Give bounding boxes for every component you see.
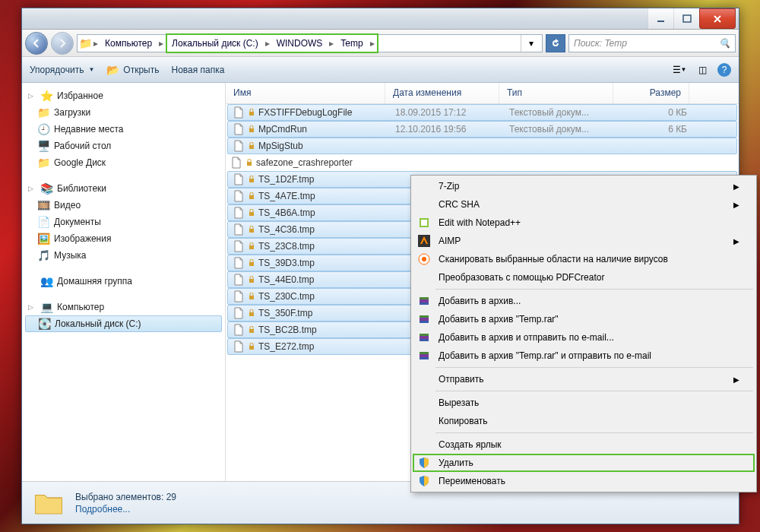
file-name: TS_39D3.tmp	[258, 258, 315, 268]
sidebar-item-music[interactable]: 🎵Музыка	[22, 247, 225, 264]
svg-rect-7	[249, 195, 254, 199]
sidebar-homegroup-header[interactable]: 👥Домашняя группа	[22, 273, 225, 290]
context-menu: 7-Zip▶CRC SHA▶Edit with Notepad++AIMP▶Ск…	[410, 175, 757, 492]
context-separator	[435, 289, 753, 290]
context-item[interactable]: Добавить в архив "Temp.rar"	[413, 310, 755, 328]
folder-large-icon	[33, 487, 65, 519]
file-name: TS_44E0.tmp	[258, 274, 314, 285]
column-type[interactable]: Тип	[499, 83, 613, 103]
preview-pane-button[interactable]: ◫	[695, 62, 710, 78]
breadcrumb-item[interactable]: Локальный диск (C:)	[167, 35, 263, 52]
video-icon: 🎞️	[37, 199, 49, 211]
winrar-icon	[416, 330, 432, 345]
file-name: TS_350F.tmp	[258, 308, 312, 318]
details-more-link[interactable]: Подробнее...	[75, 504, 176, 515]
file-row[interactable]: safezone_crashreporter	[226, 154, 739, 171]
file-icon	[233, 190, 245, 202]
sidebar-item-documents[interactable]: 📄Документы	[22, 214, 225, 230]
file-icon	[233, 123, 245, 135]
svg-rect-15	[249, 329, 254, 333]
file-row[interactable]: MpCmdRun12.10.2016 19:56Текстовый докум.…	[227, 121, 737, 138]
breadcrumb-item[interactable]: Компьютер	[100, 35, 157, 52]
navbar: 📁 ▸ Компьютер ▸ Локальный диск (C:) ▸ WI…	[22, 30, 739, 57]
file-icon	[233, 207, 245, 219]
view-options-button[interactable]: ☰ ▼	[672, 62, 687, 78]
svg-rect-5	[247, 162, 252, 166]
svg-rect-0	[657, 21, 664, 22]
sidebar-item-local-disk[interactable]: 💽Локальный диск (C:)	[25, 315, 222, 332]
column-name[interactable]: Имя	[226, 83, 385, 103]
context-item[interactable]: Добавить в архив и отправить по e-mail..…	[413, 328, 755, 347]
sidebar-item-desktop[interactable]: 🖥️Рабочий стол	[22, 138, 225, 154]
svg-rect-18	[421, 220, 427, 226]
column-date[interactable]: Дата изменения	[385, 83, 499, 103]
breadcrumb-item[interactable]: Temp	[336, 35, 367, 52]
breadcrumb[interactable]: 📁 ▸ Компьютер ▸ Локальный диск (C:) ▸ WI…	[77, 34, 543, 52]
sidebar-computer-header[interactable]: ▷💻Компьютер	[22, 299, 225, 315]
context-item-label: Преобразовать с помощью PDFCreator	[439, 272, 604, 283]
chevron-right-icon: ▸	[327, 35, 336, 52]
pictures-icon: 🖼️	[37, 233, 49, 245]
chevron-icon: ▷	[28, 92, 36, 100]
submenu-arrow-icon: ▶	[733, 237, 739, 245]
context-item[interactable]: Сканировать выбранные области на наличие…	[413, 250, 755, 268]
sidebar-item-recent[interactable]: 🕘Недавние места	[22, 121, 225, 138]
blank-icon	[416, 197, 432, 212]
context-item[interactable]: Edit with Notepad++	[413, 214, 755, 232]
context-item-label: Добавить в архив...	[439, 296, 521, 306]
svg-rect-32	[420, 352, 429, 354]
svg-rect-1	[683, 15, 691, 22]
sidebar-item-downloads[interactable]: 📁Загрузки	[22, 104, 225, 121]
notepad-icon	[416, 215, 432, 230]
file-name: TS_E272.tmp	[258, 341, 314, 352]
file-name: TS_230C.tmp	[258, 291, 315, 302]
file-type: Текстовый докум...	[502, 107, 616, 118]
sidebar-libraries-header[interactable]: ▷📚Библиотеки	[22, 180, 225, 197]
folder-open-icon: 📂	[106, 64, 119, 76]
refresh-button[interactable]	[546, 34, 565, 52]
folder-icon: 📁	[37, 106, 49, 119]
close-button[interactable]	[699, 8, 736, 29]
context-item[interactable]: Преобразовать с помощью PDFCreator	[413, 268, 755, 287]
winrar-icon	[416, 348, 432, 363]
gdrive-icon: 📁	[37, 157, 49, 169]
context-item[interactable]: Копировать	[413, 412, 755, 430]
svg-rect-2	[249, 112, 254, 116]
svg-rect-9	[249, 229, 254, 233]
nav-back-button[interactable]	[25, 32, 48, 55]
homegroup-icon: 👥	[40, 275, 52, 287]
sidebar-item-videos[interactable]: 🎞️Видео	[22, 197, 225, 214]
minimize-button[interactable]	[648, 8, 673, 29]
sidebar-item-gdrive[interactable]: 📁Google Диск	[22, 154, 225, 171]
svg-rect-30	[420, 339, 429, 341]
column-size[interactable]: Размер	[613, 83, 689, 103]
file-type: Текстовый докум...	[502, 124, 616, 135]
breadcrumb-item[interactable]: WINDOWS	[272, 35, 328, 52]
chevron-icon: ▷	[28, 185, 36, 192]
breadcrumb-dropdown[interactable]: ▾	[521, 35, 540, 52]
help-button[interactable]: ?	[717, 63, 731, 77]
sidebar-favorites-header[interactable]: ▷⭐Избранное	[22, 87, 225, 104]
context-item[interactable]: Вырезать	[413, 394, 755, 412]
search-input[interactable]: Поиск: Temp 🔍	[568, 34, 736, 52]
file-row[interactable]: FXSTIFFDebugLogFile18.09.2015 17:12Текст…	[227, 104, 737, 121]
maximize-button[interactable]	[673, 8, 699, 29]
context-item[interactable]: Добавить в архив "Temp.rar" и отправить …	[413, 347, 755, 365]
context-item[interactable]: Переименовать	[413, 472, 755, 490]
context-item[interactable]: 7-Zip▶	[413, 177, 755, 195]
context-item[interactable]: Отправить▶	[413, 370, 755, 388]
file-size: 0 КБ	[616, 107, 687, 118]
context-item[interactable]: AIMP▶	[413, 232, 755, 250]
context-item[interactable]: Создать ярлык	[413, 435, 755, 454]
open-button[interactable]: 📂Открыть	[106, 64, 159, 76]
context-item[interactable]: Добавить в архив...	[413, 292, 755, 310]
new-folder-button[interactable]: Новая папка	[171, 65, 224, 75]
svg-rect-11	[249, 262, 254, 266]
nav-forward-button[interactable]	[51, 32, 74, 55]
context-item[interactable]: Удалить	[413, 454, 755, 472]
context-item[interactable]: CRC SHA▶	[413, 195, 755, 214]
sidebar-item-pictures[interactable]: 🖼️Изображения	[22, 230, 225, 247]
svg-point-21	[422, 257, 426, 261]
organize-button[interactable]: Упорядочить ▼	[30, 65, 94, 75]
file-row[interactable]: MpSigStub	[227, 138, 737, 154]
